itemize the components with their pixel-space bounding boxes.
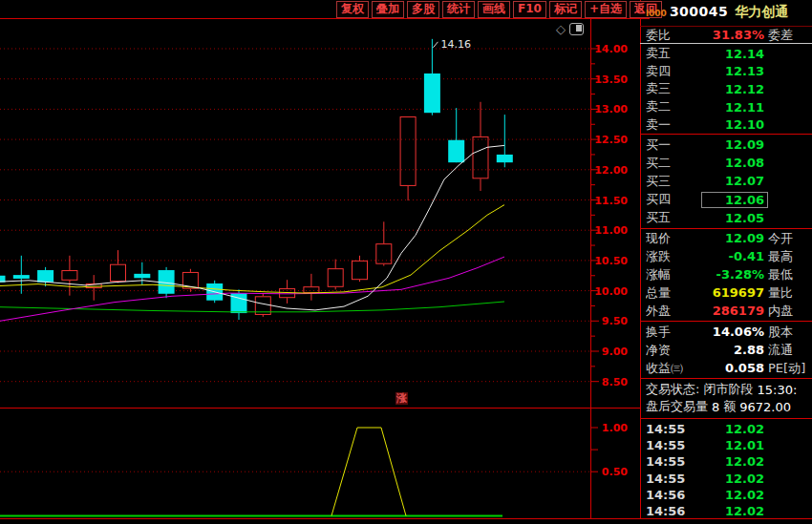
tick-price: 12.02 xyxy=(701,488,764,502)
sell-level-price: 12.14 xyxy=(701,47,764,61)
tick-row: 14:55 12.02 xyxy=(646,453,812,470)
svg-text:9.50: 9.50 xyxy=(602,315,628,327)
info-label: 外盘 xyxy=(646,303,701,320)
fundamental-value: 14.06% xyxy=(701,325,764,339)
toolbar-button[interactable]: 叠加 xyxy=(372,1,404,18)
indicator-rise-badge: 涨 xyxy=(395,392,408,405)
info-row: 涨跌 -0.41 最高 xyxy=(646,247,812,265)
toolbar-button[interactable]: 统计 xyxy=(442,1,475,18)
sell-level-row[interactable]: 卖一 12.10 xyxy=(646,115,812,134)
tick-row: 14:55 12.02 xyxy=(646,421,812,437)
toolbar-button[interactable]: 复权 xyxy=(336,1,369,18)
stock-terminal-window: 14.0013.5013.0012.5012.0011.5011.0010.50… xyxy=(0,0,812,524)
info-value: 12.09 xyxy=(701,231,764,245)
svg-text:10.00: 10.00 xyxy=(594,285,628,298)
trade-status-row: 交易状态: 闭市阶段 15:30: xyxy=(646,381,812,398)
trade-status-time: 15:30: xyxy=(758,383,798,397)
after-hours-row: 盘后交易量 8 额 9672.00 xyxy=(646,398,812,415)
tick-time: 14:55 xyxy=(646,422,701,436)
tick-price: 12.01 xyxy=(701,438,764,452)
weibi-row: 委比 31.83% 委差 xyxy=(646,27,812,43)
tick-row: 14:56 12.02 xyxy=(646,487,812,503)
buy-level-price: 12.06 xyxy=(701,192,768,208)
fundamental-value: 0.058 xyxy=(701,361,764,375)
fundamental-label2: 股本 xyxy=(764,324,812,341)
stock-code: 300045 xyxy=(670,4,728,19)
svg-text:8.50: 8.50 xyxy=(602,376,628,388)
buy-level-row[interactable]: 买四 12.06 xyxy=(646,191,812,209)
svg-text:14.00: 14.00 xyxy=(594,43,628,55)
buy-level-row[interactable]: 买一 12.09 xyxy=(646,136,812,154)
svg-text:13.50: 13.50 xyxy=(594,73,628,86)
buy-level-label: 买一 xyxy=(646,136,701,154)
fundamental-section: 换手 14.06% 股本 净资 2.88 流通 收益㈢ 0.058 PE[动] xyxy=(646,323,812,377)
after-hours-amount: 9672.00 xyxy=(739,400,791,414)
sell-level-row[interactable]: 卖五 12.14 xyxy=(646,45,812,63)
stock-name: 华力创通 xyxy=(735,4,788,21)
fundamental-label2: 流通 xyxy=(764,342,812,359)
sell-level-price: 12.12 xyxy=(701,82,764,96)
sell-level-row[interactable]: 卖四 12.13 xyxy=(646,63,812,81)
sell-level-row[interactable]: 卖三 12.12 xyxy=(646,80,812,98)
fundamental-label: 净资 xyxy=(646,342,701,359)
weicha-label: 委差 xyxy=(764,27,812,44)
sell-level-label: 卖四 xyxy=(646,63,701,80)
tick-time: 14:56 xyxy=(646,504,701,518)
info-label2: 最高 xyxy=(764,248,812,265)
info-label2: 量比 xyxy=(764,284,812,302)
svg-text:11.00: 11.00 xyxy=(594,224,628,237)
window-restore-icon[interactable] xyxy=(569,23,584,35)
buy-level-row[interactable]: 买三 12.07 xyxy=(646,172,812,190)
buy-level-row[interactable]: 买二 12.08 xyxy=(646,154,812,172)
buy-level-label: 买二 xyxy=(646,155,701,172)
info-value: 619697 xyxy=(701,285,764,300)
svg-text:0.50: 0.50 xyxy=(602,466,628,478)
sell-level-label: 卖二 xyxy=(646,98,701,115)
toolbar-button[interactable]: +自选 xyxy=(585,1,627,18)
buy-level-row[interactable]: 买五 12.05 xyxy=(646,209,812,227)
svg-text:13.00: 13.00 xyxy=(594,103,628,115)
info-label2: 最低 xyxy=(764,266,812,283)
toolbar-button[interactable]: 标记 xyxy=(549,1,582,18)
fundamental-row: 换手 14.06% 股本 xyxy=(646,323,812,341)
info-label: 涨跌 xyxy=(646,248,701,265)
info-label: 涨幅 xyxy=(646,266,701,283)
info-value: -0.41 xyxy=(701,249,764,263)
tick-time: 14:55 xyxy=(646,472,701,486)
sell-level-price: 12.11 xyxy=(701,100,764,115)
toolbar-button[interactable]: F10 xyxy=(513,1,546,18)
tick-time: 14:55 xyxy=(646,438,701,452)
info-label2: 今开 xyxy=(764,230,812,247)
buy-level-price: 12.09 xyxy=(701,137,764,152)
chart-corner-icons: ◇ xyxy=(556,23,584,35)
sell-level-row[interactable]: 卖二 12.11 xyxy=(646,98,812,116)
tick-row: 14:55 12.01 xyxy=(646,437,812,453)
info-row: 现价 12.09 今开 xyxy=(646,229,812,247)
info-label: 现价 xyxy=(646,230,701,247)
buy-level-label: 买四 xyxy=(646,191,701,208)
tick-row: 14:56 12.02 xyxy=(646,503,812,519)
svg-text:11.50: 11.50 xyxy=(594,195,628,207)
svg-text:9.00: 9.00 xyxy=(602,346,628,358)
diamond-marker-icon[interactable]: ◇ xyxy=(556,23,566,35)
toolbar-button[interactable]: 画线 xyxy=(478,1,510,18)
info-row: 外盘 286179 内盘 xyxy=(646,302,812,320)
toolbar-button[interactable]: 多股 xyxy=(407,1,439,18)
fundamental-label: 换手 xyxy=(646,324,701,341)
fundamental-value: 2.88 xyxy=(701,343,764,357)
after-hours-unit: 额 xyxy=(723,398,736,415)
buy-level-price: 12.07 xyxy=(701,174,764,188)
info-row: 涨幅 -3.28% 最低 xyxy=(646,265,812,283)
price-info-section: 现价 12.09 今开 涨跌 -0.41 最高 涨幅 -3.28% 最低 xyxy=(646,229,812,320)
buy-level-price: 12.05 xyxy=(701,211,764,225)
quote-panel: l000 300045 华力创通 委比 31.83% 委差 卖五 12.14 卖… xyxy=(640,0,812,524)
info-row: 总量 619697 量比 xyxy=(646,283,812,302)
buy-level-price: 12.08 xyxy=(701,156,764,170)
tick-list[interactable]: 14:55 12.02 14:55 12.01 14:55 12.02 xyxy=(646,421,812,519)
tick-time: 14:56 xyxy=(646,488,701,502)
sell-level-label: 卖三 xyxy=(646,80,701,97)
fundamental-label: 收益㈢ xyxy=(646,360,701,377)
window-restore-icon-fill xyxy=(576,25,582,31)
buy-levels: 买一 12.09 买二 12.08 买三 12.07 买四 xyxy=(646,136,812,227)
stock-header: l000 300045 华力创通 xyxy=(646,4,812,25)
